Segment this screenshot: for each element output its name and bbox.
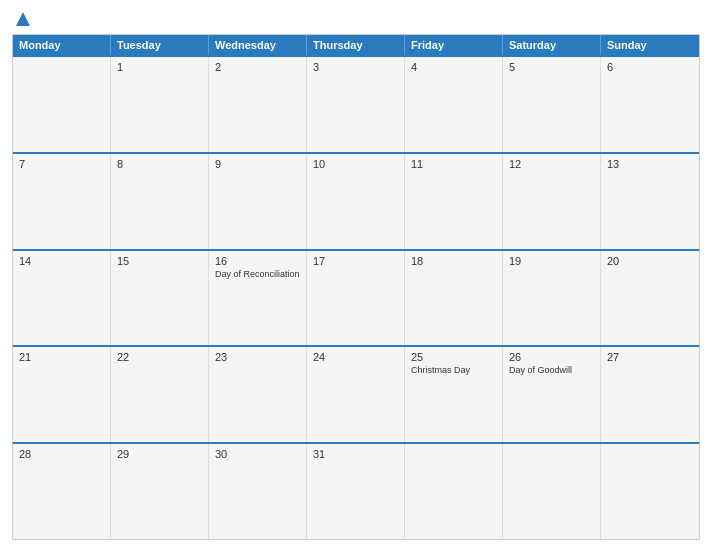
day-header-monday: Monday [13, 35, 111, 55]
day-number: 1 [117, 61, 202, 73]
day-cell: 24 [307, 347, 405, 442]
day-cell: 31 [307, 444, 405, 539]
day-cell: 9 [209, 154, 307, 249]
day-number: 19 [509, 255, 594, 267]
day-number: 14 [19, 255, 104, 267]
day-cell [13, 57, 111, 152]
day-header-sunday: Sunday [601, 35, 699, 55]
day-number: 28 [19, 448, 104, 460]
logo-icon [14, 10, 32, 28]
day-cell: 23 [209, 347, 307, 442]
day-number: 15 [117, 255, 202, 267]
day-cell: 5 [503, 57, 601, 152]
day-cell: 18 [405, 251, 503, 346]
day-headers-row: MondayTuesdayWednesdayThursdayFridaySatu… [13, 35, 699, 55]
day-number: 3 [313, 61, 398, 73]
day-cell: 7 [13, 154, 111, 249]
day-cell: 1 [111, 57, 209, 152]
day-number: 25 [411, 351, 496, 363]
day-cell: 17 [307, 251, 405, 346]
day-number: 24 [313, 351, 398, 363]
day-cell: 22 [111, 347, 209, 442]
week-row-3: 2122232425Christmas Day26Day of Goodwill… [13, 345, 699, 442]
day-cell: 3 [307, 57, 405, 152]
day-cell: 8 [111, 154, 209, 249]
day-cell: 12 [503, 154, 601, 249]
calendar-page: MondayTuesdayWednesdayThursdayFridaySatu… [0, 0, 712, 550]
day-header-saturday: Saturday [503, 35, 601, 55]
day-number: 13 [607, 158, 693, 170]
day-number: 8 [117, 158, 202, 170]
day-cell: 21 [13, 347, 111, 442]
day-number: 7 [19, 158, 104, 170]
day-number: 6 [607, 61, 693, 73]
day-number: 2 [215, 61, 300, 73]
logo [12, 10, 34, 28]
day-cell: 4 [405, 57, 503, 152]
day-number: 31 [313, 448, 398, 460]
day-number: 18 [411, 255, 496, 267]
week-row-0: 123456 [13, 55, 699, 152]
header [12, 10, 700, 28]
day-cell: 20 [601, 251, 699, 346]
day-number: 17 [313, 255, 398, 267]
day-number: 12 [509, 158, 594, 170]
day-cell: 15 [111, 251, 209, 346]
day-number: 22 [117, 351, 202, 363]
week-row-4: 28293031 [13, 442, 699, 539]
day-cell [601, 444, 699, 539]
day-number: 23 [215, 351, 300, 363]
day-cell: 19 [503, 251, 601, 346]
day-cell: 28 [13, 444, 111, 539]
day-cell: 11 [405, 154, 503, 249]
day-cell: 27 [601, 347, 699, 442]
day-number: 30 [215, 448, 300, 460]
day-cell [405, 444, 503, 539]
day-cell: 29 [111, 444, 209, 539]
day-cell: 26Day of Goodwill [503, 347, 601, 442]
day-number: 10 [313, 158, 398, 170]
day-number: 29 [117, 448, 202, 460]
calendar-grid: MondayTuesdayWednesdayThursdayFridaySatu… [12, 34, 700, 540]
day-number: 21 [19, 351, 104, 363]
day-cell: 16Day of Reconciliation [209, 251, 307, 346]
day-cell: 10 [307, 154, 405, 249]
day-header-tuesday: Tuesday [111, 35, 209, 55]
weeks-container: 12345678910111213141516Day of Reconcilia… [13, 55, 699, 539]
day-cell [503, 444, 601, 539]
day-cell: 30 [209, 444, 307, 539]
day-number: 4 [411, 61, 496, 73]
day-number: 20 [607, 255, 693, 267]
day-number: 5 [509, 61, 594, 73]
day-cell: 25Christmas Day [405, 347, 503, 442]
day-cell: 6 [601, 57, 699, 152]
day-header-friday: Friday [405, 35, 503, 55]
day-number: 11 [411, 158, 496, 170]
day-cell: 13 [601, 154, 699, 249]
day-event: Christmas Day [411, 365, 496, 376]
day-event: Day of Goodwill [509, 365, 594, 376]
svg-marker-0 [16, 12, 30, 26]
week-row-2: 141516Day of Reconciliation17181920 [13, 249, 699, 346]
day-header-wednesday: Wednesday [209, 35, 307, 55]
day-cell: 2 [209, 57, 307, 152]
day-cell: 14 [13, 251, 111, 346]
day-number: 16 [215, 255, 300, 267]
week-row-1: 78910111213 [13, 152, 699, 249]
day-number: 26 [509, 351, 594, 363]
day-number: 27 [607, 351, 693, 363]
day-header-thursday: Thursday [307, 35, 405, 55]
day-number: 9 [215, 158, 300, 170]
day-event: Day of Reconciliation [215, 269, 300, 280]
